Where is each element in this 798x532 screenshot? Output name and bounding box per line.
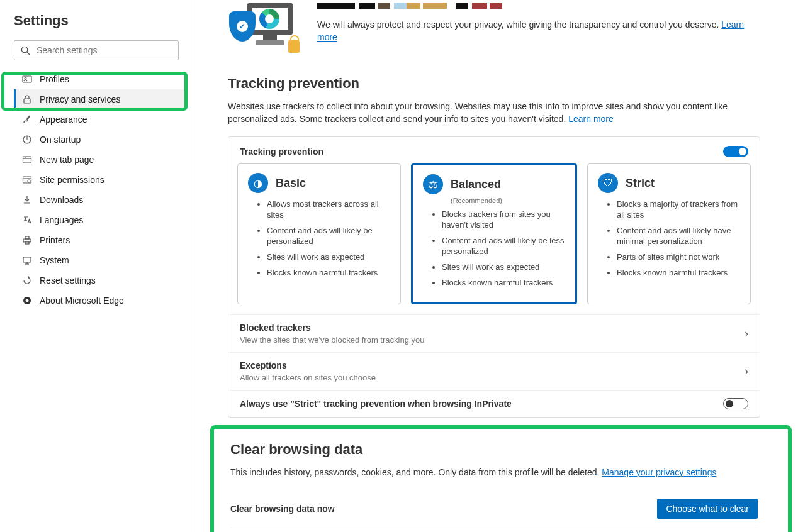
lock-icon	[21, 94, 33, 104]
tracking-prevention-panel: Tracking prevention ◑BasicAllows most tr…	[228, 136, 760, 417]
hero-text: We will always protect and respect your …	[317, 19, 719, 30]
sidebar-item-reset-settings[interactable]: Reset settings	[14, 270, 187, 291]
shield-icon	[229, 11, 256, 42]
tracking-panel-label: Tracking prevention	[240, 147, 323, 157]
clear-data-heading: Clear browsing data	[230, 441, 758, 458]
sidebar-item-downloads[interactable]: Downloads	[14, 190, 187, 210]
svg-line-1	[27, 52, 30, 54]
svg-rect-16	[23, 257, 31, 262]
sidebar-item-privacy-and-services[interactable]: Privacy and services	[14, 89, 187, 109]
edge-icon	[21, 296, 33, 306]
clear-now-label: Clear browsing data now	[230, 504, 335, 514]
strict-inprivate-row: Always use "Strict" tracking prevention …	[228, 390, 760, 417]
sidebar-item-site-permissions[interactable]: Site permissions	[14, 170, 187, 190]
svg-point-3	[25, 78, 26, 80]
search-input[interactable]	[37, 45, 172, 55]
tracking-toggle[interactable]	[723, 146, 748, 157]
page-title: Settings	[14, 13, 187, 29]
lang-icon	[21, 215, 33, 225]
nav-list: ProfilesPrivacy and servicesAppearanceOn…	[14, 69, 187, 311]
tracking-card-basic[interactable]: ◑BasicAllows most trackers across all si…	[237, 163, 401, 304]
tracking-card-balanced[interactable]: ⚖Balanced(Recommended)Blocks trackers fr…	[411, 163, 577, 304]
privacy-illustration	[228, 0, 302, 57]
sidebar-item-system[interactable]: System	[14, 250, 187, 270]
svg-point-0	[21, 47, 27, 52]
exceptions-row[interactable]: Exceptions Allow all trackers on sites y…	[228, 352, 760, 390]
main-content: We will always protect and respect your …	[196, 0, 798, 532]
printer-icon	[21, 235, 33, 245]
settings-sidebar: Settings ProfilesPrivacy and servicesApp…	[0, 0, 196, 532]
clear-browsing-data-section: Clear browsing data This includes histor…	[228, 434, 760, 532]
sidebar-item-appearance[interactable]: Appearance	[14, 109, 187, 130]
sidebar-item-languages[interactable]: Languages	[14, 210, 187, 230]
tab-icon	[21, 155, 33, 165]
reset-icon	[21, 275, 33, 285]
profile-icon	[21, 74, 33, 84]
choose-everytime-row[interactable]: Choose what to clear every time you clos…	[230, 528, 758, 532]
card-icon: 🛡	[598, 173, 618, 193]
card-icon: ⚖	[423, 174, 443, 194]
svg-rect-14	[25, 236, 29, 239]
svg-rect-4	[24, 99, 30, 103]
tracking-learn-more-link[interactable]: Learn more	[568, 114, 614, 124]
svg-rect-2	[23, 76, 31, 82]
chevron-right-icon: ›	[745, 327, 748, 340]
chevron-right-icon: ›	[745, 365, 748, 378]
sidebar-item-printers[interactable]: Printers	[14, 230, 187, 250]
sidebar-item-about-microsoft-edge[interactable]: About Microsoft Edge	[14, 291, 187, 311]
strict-inprivate-toggle[interactable]	[723, 398, 748, 409]
clear-data-desc: This includes history, passwords, cookie…	[230, 467, 758, 479]
tracking-level-cards: ◑BasicAllows most trackers across all si…	[228, 163, 760, 314]
card-icon: ◑	[248, 173, 268, 193]
tracking-prevention-desc: Websites use trackers to collect info ab…	[228, 101, 760, 125]
redaction-bar	[317, 3, 502, 9]
sidebar-item-on-startup[interactable]: On startup	[14, 130, 187, 150]
manage-privacy-settings-link[interactable]: Manage your privacy settings	[602, 467, 716, 477]
system-icon	[21, 255, 33, 265]
tracking-card-strict[interactable]: 🛡StrictBlocks a majority of trackers fro…	[587, 163, 751, 304]
privacy-hero: We will always protect and respect your …	[228, 0, 760, 57]
search-icon	[21, 46, 30, 55]
choose-what-to-clear-button[interactable]: Choose what to clear	[657, 499, 758, 519]
power-icon	[21, 135, 33, 145]
brush-icon	[21, 114, 33, 125]
sidebar-item-new-tab-page[interactable]: New tab page	[14, 150, 187, 170]
blocked-trackers-row[interactable]: Blocked trackers View the sites that we'…	[228, 314, 760, 352]
lock-icon	[288, 40, 300, 53]
edge-logo-icon	[259, 9, 279, 29]
svg-point-20	[26, 299, 29, 302]
tracking-prevention-heading: Tracking prevention	[228, 75, 760, 92]
download-icon	[21, 195, 33, 205]
siteperm-icon	[21, 175, 33, 185]
sidebar-item-profiles[interactable]: Profiles	[14, 69, 187, 89]
search-input-wrap[interactable]	[14, 40, 179, 60]
svg-rect-7	[23, 157, 31, 163]
svg-point-12	[28, 180, 30, 182]
